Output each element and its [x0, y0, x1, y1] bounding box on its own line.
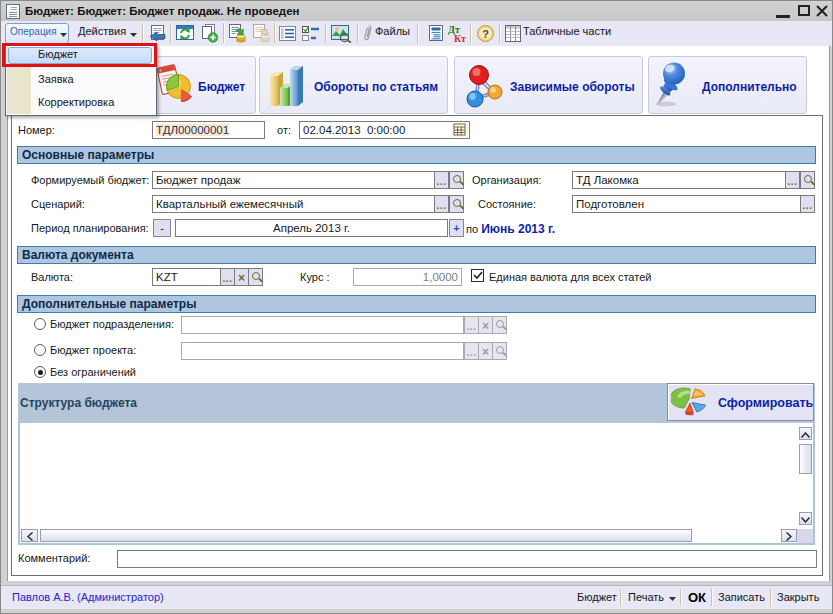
svg-text:?: ? — [482, 28, 489, 40]
